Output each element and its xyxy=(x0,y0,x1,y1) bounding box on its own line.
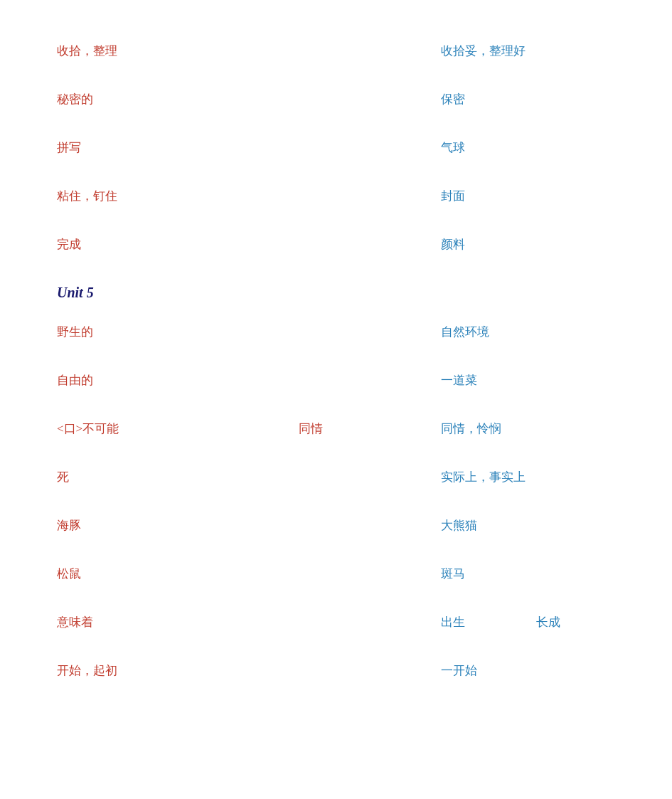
term-col3: 收拾妥，整理好 xyxy=(441,44,526,58)
term-col3-part: 长成 xyxy=(536,615,560,629)
term-col1: 松鼠 xyxy=(57,567,81,581)
term-col3: 保密 xyxy=(441,92,465,106)
term-col1: 收拾，整理 xyxy=(57,44,117,58)
table-row: 死实际上，事实上 xyxy=(57,469,615,494)
table-row: 海豚大熊猫 xyxy=(57,517,615,543)
term-col2: 同情 xyxy=(299,422,323,435)
term-col3: 大熊猫 xyxy=(441,519,477,532)
term-col3: 斑马 xyxy=(441,567,465,581)
term-col1: 粘住，钉住 xyxy=(57,189,117,203)
term-col1: 拼写 xyxy=(57,141,81,154)
table-row: 自由的一道菜 xyxy=(57,372,615,398)
unit-header: Unit 5 xyxy=(57,285,615,301)
term-col3: 自然环境 xyxy=(441,325,489,339)
table-row: <口>不可能同情同情，怜悯 xyxy=(57,420,615,446)
table-row: 野生的自然环境 xyxy=(57,324,615,349)
term-col1: 秘密的 xyxy=(57,92,93,106)
table-row: 完成颜料 xyxy=(57,236,615,262)
table-row: 秘密的保密 xyxy=(57,91,615,117)
term-col3-part: 出生 xyxy=(441,615,465,629)
table-row: 粘住，钉住封面 xyxy=(57,188,615,213)
term-col3: 实际上，事实上 xyxy=(441,470,526,484)
term-col3: 同情，怜悯 xyxy=(441,422,501,435)
vocab-list: 收拾，整理收拾妥，整理好秘密的保密拼写气球粘住，钉住封面完成颜料Unit 5野生… xyxy=(57,43,615,688)
term-col3: 一开始 xyxy=(441,664,477,677)
term-col1: 开始，起初 xyxy=(57,664,117,677)
term-col3: 气球 xyxy=(441,141,465,154)
term-col1: 意味着 xyxy=(57,615,93,629)
table-row: 开始，起初一开始 xyxy=(57,662,615,688)
term-col1: 野生的 xyxy=(57,325,93,339)
table-row: 意味着出生长成 xyxy=(57,614,615,640)
term-col1: 完成 xyxy=(57,238,81,251)
table-row: 拼写气球 xyxy=(57,139,615,165)
term-col1: 海豚 xyxy=(57,519,81,532)
table-row: 收拾，整理收拾妥，整理好 xyxy=(57,43,615,68)
term-col3: 一道菜 xyxy=(441,374,477,387)
term-col1: 死 xyxy=(57,470,69,484)
term-col3: 封面 xyxy=(441,189,465,203)
term-col1: 自由的 xyxy=(57,374,93,387)
term-col1: <口>不可能 xyxy=(57,422,119,435)
table-row: 松鼠斑马 xyxy=(57,566,615,591)
term-col3: 颜料 xyxy=(441,238,465,251)
